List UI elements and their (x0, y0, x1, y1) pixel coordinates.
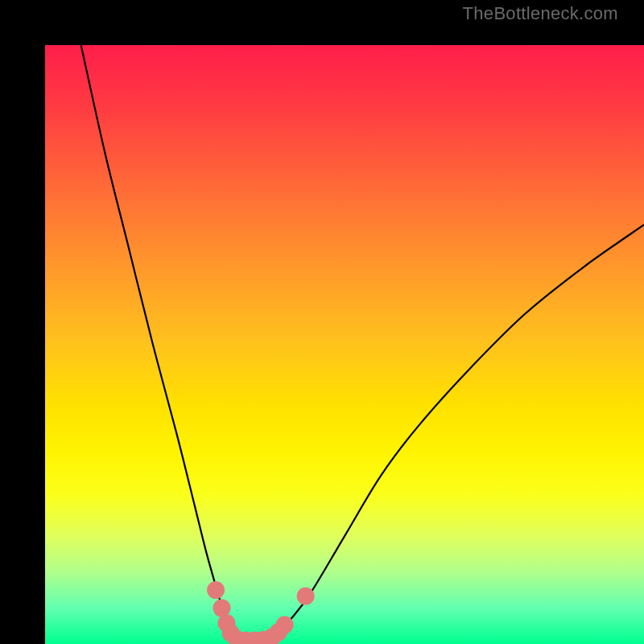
plot-area (45, 45, 644, 644)
data-marker (207, 581, 225, 599)
curve-markers (207, 581, 315, 644)
chart-frame (0, 0, 644, 644)
chart-svg (45, 45, 644, 644)
watermark: TheBottleneck.com (463, 3, 618, 24)
data-marker (297, 587, 315, 605)
data-marker (213, 599, 230, 617)
data-marker (276, 616, 294, 634)
bottleneck-curve (81, 45, 644, 642)
